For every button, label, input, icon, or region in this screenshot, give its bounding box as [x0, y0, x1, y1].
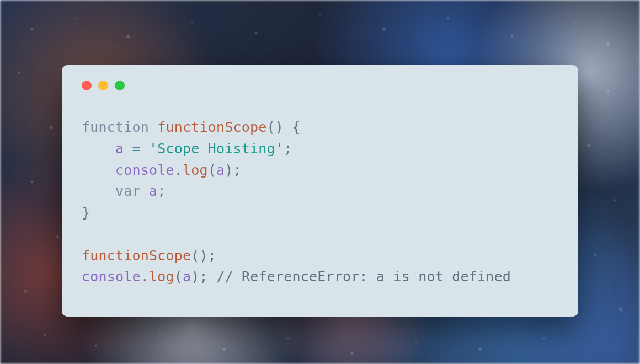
semicolon: ;: [233, 162, 242, 178]
space: [149, 119, 157, 135]
paren-open: (: [191, 248, 199, 264]
space: [124, 141, 132, 157]
paren-open: (: [174, 269, 183, 285]
variable-a: a: [149, 183, 157, 199]
maximize-icon[interactable]: [115, 81, 125, 90]
dot: .: [141, 269, 149, 285]
indent: [82, 162, 115, 178]
keyword-var: var: [115, 183, 141, 199]
comment: // ReferenceError: a is not defined: [216, 269, 511, 285]
semicolon: ;: [284, 141, 292, 157]
object-console: console: [82, 269, 141, 285]
object-console: console: [115, 162, 174, 178]
semicolon: ;: [208, 248, 216, 264]
minimize-icon[interactable]: [98, 81, 108, 90]
paren-open: (: [267, 119, 275, 135]
string-literal: 'Scope Hoisting': [149, 141, 284, 157]
space: [141, 141, 149, 157]
paren-close: ): [275, 119, 284, 135]
indent: [82, 183, 115, 199]
dot: .: [174, 162, 183, 178]
function-name: functionScope: [157, 119, 266, 135]
indent: [82, 141, 115, 157]
close-icon[interactable]: [82, 81, 92, 90]
variable-a: a: [115, 141, 124, 157]
code-window: function functionScope() { a = 'Scope Ho…: [62, 65, 578, 317]
space: [284, 119, 292, 135]
paren-open: (: [208, 162, 216, 178]
function-call: functionScope: [82, 248, 191, 264]
paren-close: ): [191, 269, 199, 285]
semicolon: ;: [157, 183, 166, 199]
argument-a: a: [183, 269, 191, 285]
paren-close: ): [225, 162, 233, 178]
space: [141, 183, 149, 199]
argument-a: a: [216, 162, 225, 178]
keyword-function: function: [82, 119, 149, 135]
paren-close: ): [200, 248, 208, 264]
method-log: log: [149, 269, 174, 285]
space: [208, 269, 216, 285]
semicolon: ;: [200, 269, 208, 285]
brace-open: {: [292, 119, 300, 135]
method-log: log: [183, 162, 208, 178]
operator-equals: =: [132, 141, 141, 157]
traffic-lights: [82, 81, 558, 90]
brace-close: }: [82, 205, 90, 221]
code-block: function functionScope() { a = 'Scope Ho…: [82, 117, 558, 288]
